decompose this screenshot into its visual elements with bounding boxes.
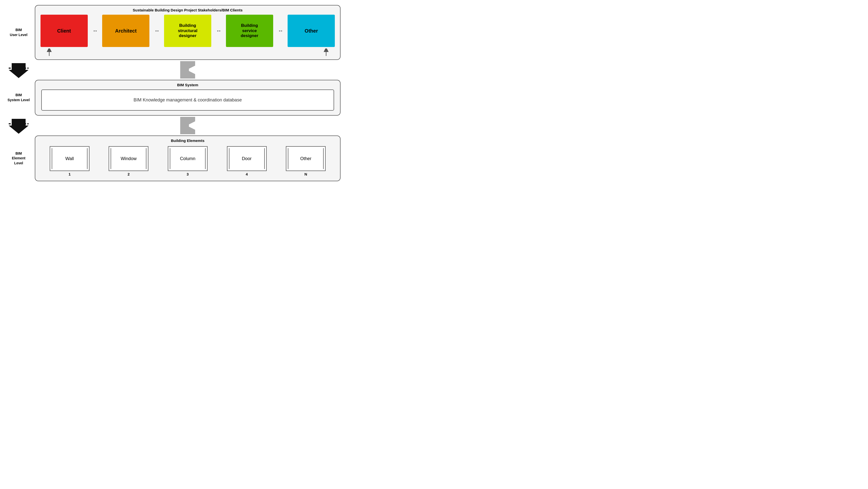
bim-diagram: BIMUser Level Sustainable Building Desig… <box>7 5 341 181</box>
connector-1 <box>7 60 341 80</box>
elements-row: Wall 1 Window 2 Column 3 <box>39 145 337 177</box>
element-level-label: BIMElement Level <box>7 151 30 166</box>
door-number: 4 <box>246 172 248 176</box>
system-level-row: BIMSystem Level BIM System BIM Knowledge… <box>7 80 341 116</box>
other-box: Other <box>286 146 326 171</box>
stakeholders-title: Sustainable Building Design Project Stak… <box>39 8 337 12</box>
building-elements-title: Building Elememts <box>39 139 337 143</box>
bim-system-title: BIM System <box>39 83 337 87</box>
door-box: Door <box>227 146 267 171</box>
user-level-label: BIMUser Level <box>7 28 30 37</box>
arrow-client-architect: ↔ <box>92 28 97 34</box>
element-door: Door 4 <box>227 146 267 176</box>
other-user-box: Other <box>288 15 335 47</box>
arrow-service-other: ↔ <box>278 28 283 34</box>
element-window: Window 2 <box>108 146 148 176</box>
stakeholders-row: Client ↔ Architect ↔ Building structural… <box>39 15 337 47</box>
element-wall: Wall 1 <box>50 146 90 176</box>
feedback-arrow-right <box>323 49 329 56</box>
big-arrow-2 <box>7 117 30 134</box>
system-level-label: BIMSystem Level <box>7 93 30 102</box>
element-column: Column 3 <box>168 146 208 176</box>
wall-number: 1 <box>69 172 71 176</box>
feedback-arrow-left <box>46 49 52 56</box>
connector-2 <box>7 116 341 135</box>
bim-system-box: BIM System BIM Knowledge management & co… <box>35 80 341 116</box>
svg-marker-4 <box>9 63 29 78</box>
arrow-architect-structural: ↔ <box>154 28 159 34</box>
stakeholders-box: Sustainable Building Design Project Stak… <box>35 5 341 60</box>
building-elements-box: Building Elememts Wall 1 Window 2 <box>35 135 341 181</box>
vert-double-arrow-1 <box>35 61 341 79</box>
user-level-row: BIMUser Level Sustainable Building Desig… <box>7 5 341 60</box>
wall-box: Wall <box>50 146 90 171</box>
vert-double-arrow-2 <box>35 117 341 134</box>
window-number: 2 <box>127 172 129 176</box>
window-box: Window <box>108 146 148 171</box>
element-level-row: BIMElement Level Building Elememts Wall … <box>7 135 341 181</box>
svg-marker-10 <box>9 119 29 134</box>
client-box: Client <box>40 15 88 47</box>
architect-box: Architect <box>102 15 149 47</box>
knowledge-db-box: BIM Knowledge management & coordination … <box>41 90 334 111</box>
structural-box: Building structural designer <box>164 15 211 47</box>
service-box: Building service designer <box>226 15 273 47</box>
vert-double-arrow-2-svg <box>180 117 195 134</box>
column-box: Column <box>168 146 208 171</box>
big-arrow-1 <box>7 61 30 79</box>
other-number: N <box>305 172 307 176</box>
big-down-arrow-1-svg <box>9 61 29 79</box>
column-number: 3 <box>187 172 189 176</box>
big-down-arrow-2-svg <box>9 117 29 134</box>
vert-double-arrow-1-svg <box>180 61 195 79</box>
element-other: Other N <box>286 146 326 176</box>
arrow-structural-service: ↔ <box>216 28 221 34</box>
feedback-arrows <box>39 47 337 56</box>
